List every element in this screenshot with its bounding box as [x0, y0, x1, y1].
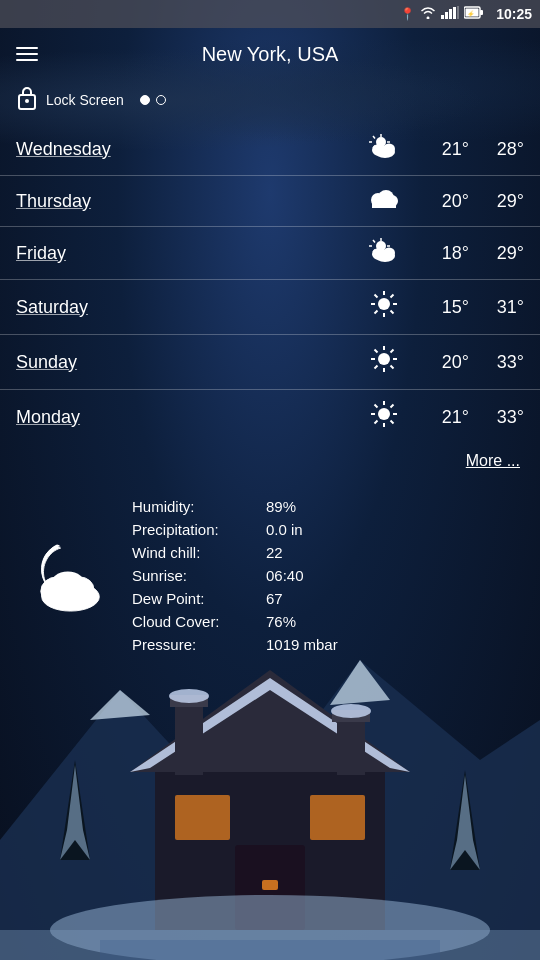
forecast-row[interactable]: Sunday 20°33°	[0, 335, 540, 390]
detail-label-pressure: Pressure:	[132, 636, 262, 653]
detail-value-dewPoint: 67	[266, 590, 283, 607]
svg-rect-6	[175, 700, 203, 775]
detail-row-humidity: Humidity:89%	[132, 498, 524, 515]
detail-label-humidity: Humidity:	[132, 498, 262, 515]
lock-screen-row[interactable]: Lock Screen	[0, 80, 540, 123]
svg-line-72	[375, 366, 378, 369]
menu-line-3	[16, 59, 38, 61]
svg-point-86	[50, 571, 86, 600]
temp-high: 29°	[469, 243, 524, 264]
day-name: Thursday	[16, 191, 359, 212]
detail-value-pressure: 1019 mbar	[266, 636, 338, 653]
temp-low: 18°	[409, 243, 469, 264]
detail-row-dewPoint: Dew Point:67	[132, 590, 524, 607]
temp-high: 31°	[469, 297, 524, 318]
svg-line-61	[375, 295, 378, 298]
temp-low: 20°	[409, 191, 469, 212]
svg-text:⚡: ⚡	[467, 10, 475, 18]
moon-cloud-svg	[21, 531, 111, 621]
svg-rect-29	[480, 10, 483, 15]
signal-icon	[441, 5, 459, 23]
day-name: Wednesday	[16, 139, 359, 160]
svg-rect-46	[372, 200, 396, 208]
city-title: New York, USA	[202, 43, 339, 66]
svg-rect-15	[262, 880, 278, 890]
temp-low: 15°	[409, 297, 469, 318]
menu-line-2	[16, 53, 38, 55]
temp-high: 33°	[469, 352, 524, 373]
svg-rect-25	[449, 9, 452, 19]
header: New York, USA	[0, 28, 540, 80]
day-name: Sunday	[16, 352, 359, 373]
svg-point-74	[378, 408, 390, 420]
svg-point-42	[383, 144, 395, 155]
svg-point-33	[25, 99, 29, 103]
day-name: Saturday	[16, 297, 359, 318]
svg-rect-27	[457, 6, 459, 19]
weather-icon-sunny	[359, 290, 409, 324]
detail-label-cloudCover: Cloud Cover:	[132, 613, 262, 630]
svg-line-36	[373, 136, 375, 139]
location-icon: 📍	[400, 7, 415, 21]
more-link[interactable]: More ...	[466, 452, 520, 469]
temp-low: 20°	[409, 352, 469, 373]
forecast-row[interactable]: Wednesday 21°28°	[0, 123, 540, 176]
status-icons: 📍 ⚡	[400, 5, 484, 23]
details-grid: Humidity:89%Precipitation:0.0 inWind chi…	[132, 498, 524, 653]
svg-line-70	[375, 350, 378, 353]
lock-icon	[16, 84, 38, 115]
menu-line-1	[16, 47, 38, 49]
detail-value-humidity: 89%	[266, 498, 296, 515]
lock-label: Lock Screen	[46, 92, 124, 108]
svg-rect-12	[175, 795, 230, 840]
svg-rect-26	[453, 7, 456, 19]
svg-line-62	[391, 311, 394, 314]
detail-label-windChill: Wind chill:	[132, 544, 262, 561]
svg-line-64	[391, 295, 394, 298]
svg-line-81	[375, 421, 378, 424]
svg-point-56	[378, 298, 390, 310]
detail-row-cloudCover: Cloud Cover:76%	[132, 613, 524, 630]
svg-point-8	[169, 689, 209, 703]
temp-high: 33°	[469, 407, 524, 428]
svg-rect-18	[100, 940, 440, 960]
svg-line-80	[391, 421, 394, 424]
detail-row-pressure: Pressure:1019 mbar	[132, 636, 524, 653]
temp-high: 28°	[469, 139, 524, 160]
svg-rect-13	[310, 795, 365, 840]
svg-line-82	[391, 405, 394, 408]
svg-rect-24	[445, 12, 448, 19]
temp-high: 29°	[469, 191, 524, 212]
svg-line-63	[375, 311, 378, 314]
current-condition-icon	[16, 498, 116, 653]
temp-low: 21°	[409, 139, 469, 160]
detail-row-sunrise: Sunrise:06:40	[132, 567, 524, 584]
svg-rect-23	[441, 15, 444, 19]
forecast-row[interactable]: Thursday 20°29°	[0, 176, 540, 227]
day-name: Monday	[16, 407, 359, 428]
weather-icon-cloudy	[359, 186, 409, 216]
wifi-icon	[420, 6, 436, 22]
forecast-row[interactable]: Saturday 15°31°	[0, 280, 540, 335]
weather-icon-sunny	[359, 345, 409, 379]
dot-2	[156, 95, 166, 105]
forecast-row[interactable]: Friday 18°29°	[0, 227, 540, 280]
details-panel: Humidity:89%Precipitation:0.0 inWind chi…	[0, 482, 540, 669]
menu-button[interactable]	[16, 47, 38, 61]
detail-value-precipitation: 0.0 in	[266, 521, 303, 538]
svg-rect-9	[337, 715, 365, 775]
temp-low: 21°	[409, 407, 469, 428]
svg-point-55	[383, 248, 395, 259]
clock: 10:25	[496, 6, 532, 22]
detail-value-cloudCover: 76%	[266, 613, 296, 630]
detail-value-sunrise: 06:40	[266, 567, 304, 584]
svg-line-79	[375, 405, 378, 408]
svg-marker-1	[90, 690, 150, 720]
more-row: More ...	[0, 444, 540, 482]
forecast-row[interactable]: Monday 21°33°	[0, 390, 540, 444]
dot-1	[140, 95, 150, 105]
svg-point-11	[331, 704, 371, 718]
weather-icon-partly-cloudy-sun	[359, 133, 409, 165]
detail-row-precipitation: Precipitation:0.0 in	[132, 521, 524, 538]
svg-line-49	[373, 240, 375, 243]
